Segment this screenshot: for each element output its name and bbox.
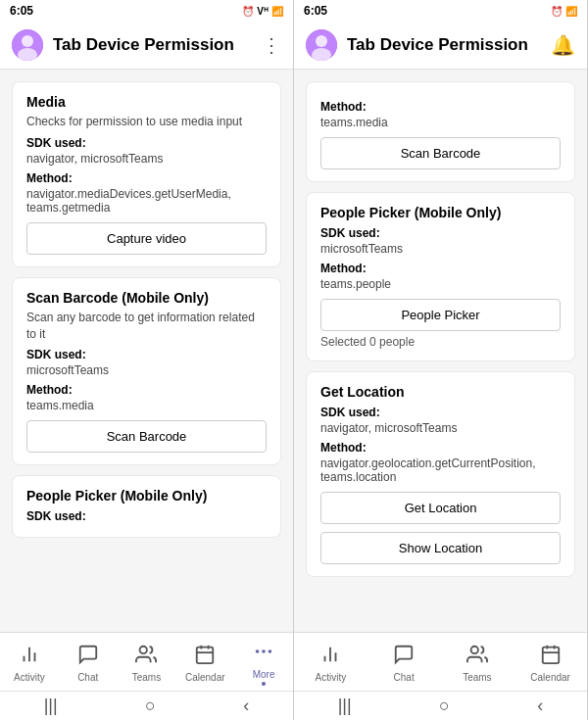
- nav-bar-right: Activity Chat Teams: [294, 632, 587, 691]
- nav-chat-left[interactable]: Chat: [64, 644, 113, 683]
- scan-barcode-desc: Scan any barcode to get information rela…: [26, 310, 267, 343]
- calendar-icon-right: [540, 644, 562, 670]
- scan-method-label: Method:: [26, 383, 267, 397]
- nav-bar-left: Activity Chat Teams: [0, 632, 293, 691]
- scan-barcode-button-left[interactable]: Scan Barcode: [26, 420, 267, 453]
- people-picker-title-right: People Picker (Mobile Only): [320, 205, 561, 220]
- activity-icon-left: [19, 644, 40, 670]
- nav-chat-right[interactable]: Chat: [379, 644, 428, 683]
- nav-more-left[interactable]: More: [239, 641, 288, 686]
- calendar-label-left: Calendar: [185, 672, 225, 683]
- people-picker-sdk-value-right: microsoftTeams: [320, 242, 561, 256]
- scan-sdk-value: microsoftTeams: [26, 363, 267, 377]
- people-picker-method-value-right: teams.people: [320, 277, 561, 291]
- back-gesture-right: ‹: [537, 696, 543, 716]
- home-gesture: ○: [145, 696, 156, 716]
- bottom-bar-left: ||| ○ ‹: [0, 691, 293, 720]
- media-method-label: Method:: [26, 171, 267, 185]
- status-bar-left: 6:05 ⏰ Vᴴ 📶: [0, 0, 293, 22]
- menu-dots-left[interactable]: ⋮: [262, 33, 281, 57]
- svg-point-10: [257, 650, 259, 652]
- nav-calendar-left[interactable]: Calendar: [180, 644, 229, 683]
- title-bar-right: Tab Device Permission 🔔: [294, 22, 587, 70]
- scan-sdk-label: SDK used:: [26, 348, 267, 361]
- get-location-title: Get Location: [320, 384, 561, 400]
- content-left: Media Checks for permission to use media…: [0, 70, 293, 632]
- scan-method-label-right: Method:: [320, 100, 561, 114]
- get-location-sdk-label: SDK used:: [320, 406, 561, 419]
- svg-point-12: [316, 35, 327, 47]
- activity-icon-right: [319, 644, 341, 670]
- people-picker-selected: Selected 0 people: [320, 335, 561, 349]
- menu-gesture-right: |||: [338, 696, 352, 716]
- nav-teams-right[interactable]: Teams: [453, 644, 502, 683]
- teams-label-left: Teams: [132, 672, 161, 683]
- left-phone: 6:05 ⏰ Vᴴ 📶 Tab Device Permission ⋮ Medi…: [0, 0, 294, 720]
- media-sdk-value: navigator, microsoftTeams: [26, 152, 267, 166]
- media-desc: Checks for permission to use media input: [26, 114, 267, 130]
- chat-icon-left: [77, 644, 99, 670]
- scan-barcode-card: Scan Barcode (Mobile Only) Scan any barc…: [12, 277, 281, 466]
- more-label-left: More: [253, 669, 275, 680]
- get-location-card: Get Location SDK used: navigator, micros…: [306, 371, 575, 577]
- get-location-button[interactable]: Get Location: [320, 492, 561, 524]
- svg-point-1: [22, 35, 33, 47]
- get-location-method-label: Method:: [320, 441, 561, 455]
- time-right: 6:05: [304, 4, 327, 18]
- teams-label-right: Teams: [463, 672, 491, 683]
- scan-method-value: teams.media: [26, 399, 267, 412]
- avatar-right: [306, 29, 337, 61]
- calendar-label-right: Calendar: [530, 672, 570, 683]
- scan-barcode-card-right-top: Method: teams.media Scan Barcode: [306, 81, 575, 182]
- time-left: 6:05: [10, 4, 33, 18]
- status-bar-right: 6:05 ⏰ 📶: [294, 0, 587, 22]
- nav-activity-left[interactable]: Activity: [5, 644, 54, 683]
- menu-gesture: |||: [44, 696, 58, 716]
- svg-point-9: [270, 650, 271, 652]
- media-card: Media Checks for permission to use media…: [12, 81, 281, 267]
- battery-icon-right: 📶: [565, 6, 577, 17]
- chat-label-right: Chat: [394, 672, 415, 683]
- nav-calendar-right[interactable]: Calendar: [526, 644, 575, 683]
- scan-barcode-title: Scan Barcode (Mobile Only): [26, 290, 267, 306]
- get-location-sdk-value: navigator, microsoftTeams: [320, 421, 561, 435]
- teams-icon-left: [135, 644, 157, 670]
- page-title-right: Tab Device Permission: [347, 35, 541, 55]
- back-gesture: ‹: [243, 696, 249, 716]
- bottom-bar-right: ||| ○ ‹: [294, 691, 587, 720]
- svg-point-3: [140, 646, 147, 652]
- status-icons-left: ⏰ Vᴴ 📶: [242, 6, 283, 17]
- nav-teams-left[interactable]: Teams: [122, 644, 171, 683]
- nav-activity-right[interactable]: Activity: [306, 644, 355, 683]
- media-title: Media: [26, 94, 267, 110]
- svg-rect-4: [197, 647, 214, 663]
- people-picker-sdk-label-left: SDK used:: [26, 509, 267, 523]
- activity-label-left: Activity: [14, 672, 45, 683]
- svg-rect-15: [542, 647, 559, 663]
- alarm-icon: ⏰: [242, 6, 254, 17]
- home-gesture-right: ○: [439, 696, 450, 716]
- people-picker-card-right: People Picker (Mobile Only) SDK used: mi…: [306, 192, 575, 361]
- alarm-icon-right: ⏰: [551, 6, 563, 17]
- capture-video-button[interactable]: Capture video: [26, 222, 267, 255]
- content-right: Method: teams.media Scan Barcode People …: [294, 70, 587, 632]
- people-picker-method-label-right: Method:: [320, 262, 561, 275]
- people-picker-title-left: People Picker (Mobile Only): [26, 488, 267, 504]
- media-sdk-label: SDK used:: [26, 136, 267, 150]
- people-picker-card-left-partial: People Picker (Mobile Only) SDK used:: [12, 475, 281, 538]
- avatar-left: [12, 29, 43, 61]
- get-location-method-value: navigator.geolocation.getCurrentPosition…: [320, 456, 561, 484]
- show-location-button[interactable]: Show Location: [320, 532, 561, 564]
- status-icons-right: ⏰ 📶: [551, 6, 577, 17]
- teams-icon-right: [466, 644, 488, 670]
- right-phone: 6:05 ⏰ 📶 Tab Device Permission 🔔 Method:…: [294, 0, 588, 720]
- menu-dots-right[interactable]: 🔔: [551, 33, 575, 57]
- people-picker-button[interactable]: People Picker: [320, 299, 561, 331]
- activity-label-right: Activity: [316, 672, 347, 683]
- title-bar-left: Tab Device Permission ⋮: [0, 22, 293, 70]
- media-method-value: navigator.mediaDevices.getUserMedia, tea…: [26, 187, 267, 215]
- scan-barcode-button-right[interactable]: Scan Barcode: [320, 137, 561, 169]
- battery-icon: 📶: [271, 6, 283, 17]
- svg-point-8: [263, 650, 265, 652]
- calendar-icon-left: [194, 644, 216, 670]
